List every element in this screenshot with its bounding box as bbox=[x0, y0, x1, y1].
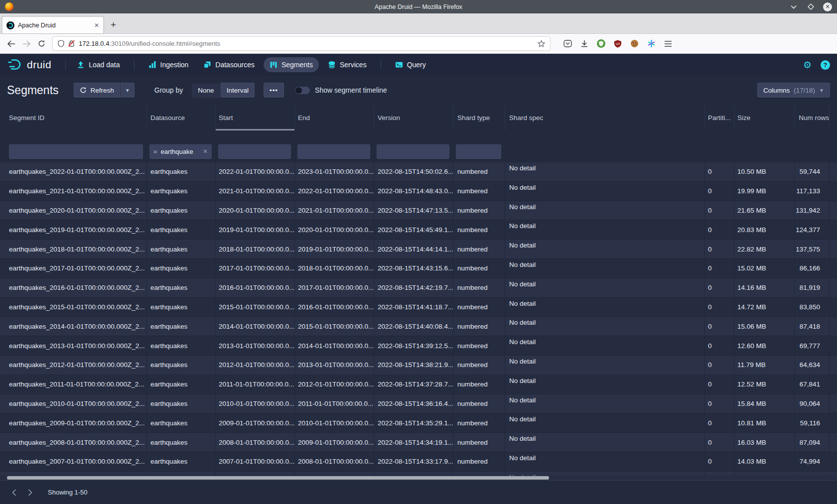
cell-extra bbox=[830, 472, 837, 476]
druid-logo[interactable]: druid bbox=[7, 58, 51, 71]
group-by-interval-button[interactable]: Interval bbox=[221, 83, 255, 98]
filter-cell-partiti bbox=[705, 130, 734, 162]
cell-extra bbox=[830, 298, 837, 317]
horizontal-scrollbar[interactable] bbox=[0, 476, 837, 480]
url-bar[interactable]: 172.18.0.4:30109/unified-console.html#se… bbox=[52, 36, 551, 51]
refresh-dropdown-button[interactable]: ▼ bbox=[121, 83, 135, 98]
window-maximize-icon[interactable] bbox=[806, 2, 815, 11]
cell-end: 2009-01-01T00:00:00.0... bbox=[295, 433, 374, 452]
column-header-partiti[interactable]: Partiti... bbox=[705, 105, 734, 130]
nav-item-services[interactable]: Services bbox=[322, 57, 373, 72]
filter-input-start[interactable] bbox=[218, 144, 291, 159]
cell-num-rows: 64,634 bbox=[795, 356, 830, 375]
table-row[interactable]: earthquakes_2020-01-01T00:00:00.000Z_2..… bbox=[0, 201, 837, 221]
column-header-shard-type[interactable]: Shard type bbox=[453, 105, 505, 130]
tracking-shield-icon[interactable] bbox=[58, 40, 64, 47]
table-row[interactable]: earthquakes_2009-01-01T00:00:00.000Z_2..… bbox=[0, 413, 837, 433]
url-host: 172.18.0.4 bbox=[79, 40, 109, 47]
group-by-none-button[interactable]: None bbox=[192, 83, 220, 98]
forward-icon[interactable] bbox=[22, 40, 31, 47]
column-header-start[interactable]: Start bbox=[216, 105, 295, 130]
new-tab-button[interactable]: + bbox=[111, 19, 116, 30]
help-icon[interactable]: ? bbox=[821, 60, 830, 70]
url-text[interactable]: 172.18.0.4:30109/unified-console.html#se… bbox=[79, 40, 534, 47]
table-row[interactable]: earthquakes_2008-01-01T00:00:00.000Z_2..… bbox=[0, 433, 837, 452]
browser-tab[interactable]: Apache Druid ✕ bbox=[2, 16, 104, 33]
table-row[interactable]: earthquakes_2017-01-01T00:00:00.000Z_2..… bbox=[0, 259, 837, 278]
filter-input-datasource[interactable]: =earthquake✕ bbox=[149, 144, 212, 159]
table-row[interactable]: earthquakes_2007-01-01T00:00:00.000Z_2..… bbox=[0, 452, 837, 472]
nav-item-label: Load data bbox=[89, 61, 120, 69]
window-close-icon[interactable]: ✕ bbox=[823, 2, 832, 11]
nav-item-segments[interactable]: Segments bbox=[264, 57, 319, 72]
table-row[interactable]: earthquakes_2021-01-01T00:00:00.000Z_2..… bbox=[0, 182, 837, 201]
pocket-icon[interactable] bbox=[563, 39, 572, 48]
cell-partiti: 0 bbox=[705, 452, 734, 471]
menu-hamburger-icon[interactable] bbox=[664, 40, 672, 47]
window-minimize-icon[interactable] bbox=[789, 2, 798, 11]
cell-segment-id: earthquakes_2009-01-01T00:00:00.000Z_2..… bbox=[0, 413, 147, 432]
table-row[interactable]: earthquakes_2011-01-01T00:00:00.000Z_2..… bbox=[0, 375, 837, 394]
cell-version: 2022-08-15T14:35:29.1... bbox=[374, 413, 453, 432]
downloads-icon[interactable] bbox=[580, 40, 588, 48]
segment-timeline-toggle[interactable] bbox=[295, 87, 310, 94]
browser-tabbar: Apache Druid ✕ + bbox=[0, 13, 837, 33]
column-header-shard-spec[interactable]: Shard spec bbox=[505, 105, 705, 130]
bookmark-star-icon[interactable] bbox=[538, 40, 545, 47]
tab-close-icon[interactable]: ✕ bbox=[94, 22, 99, 29]
services-icon bbox=[328, 61, 336, 69]
table-row[interactable]: earthquakes_2015-01-01T00:00:00.000Z_2..… bbox=[0, 298, 837, 317]
scrollbar-thumb[interactable] bbox=[7, 476, 549, 480]
cell-partiti: 0 bbox=[705, 182, 734, 201]
cookie-extension-icon[interactable] bbox=[630, 39, 639, 48]
nav-item-datasources[interactable]: Datasources bbox=[197, 57, 261, 72]
column-header-datasource[interactable]: Datasource bbox=[147, 105, 216, 130]
more-options-button[interactable]: ••• bbox=[264, 83, 284, 98]
pagination-footer: Showing 1-50 bbox=[0, 480, 837, 504]
nav-item-query[interactable]: Query bbox=[389, 57, 432, 72]
next-page-button[interactable] bbox=[23, 486, 37, 500]
nav-item-load-data[interactable]: Load data bbox=[71, 57, 126, 72]
table-row[interactable]: earthquakes_2010-01-01T00:00:00.000Z_2..… bbox=[0, 394, 837, 414]
column-header-segment-id[interactable]: Segment ID bbox=[0, 105, 147, 130]
filter-input-segment-id[interactable] bbox=[9, 144, 143, 159]
column-header-size[interactable]: Size bbox=[734, 105, 795, 130]
back-icon[interactable] bbox=[7, 40, 15, 47]
nav-item-ingestion[interactable]: Ingestion bbox=[142, 57, 195, 72]
column-header-num-rows[interactable]: Num rows bbox=[795, 105, 830, 130]
table-row[interactable]: earthquakes_2014-01-01T00:00:00.000Z_2..… bbox=[0, 317, 837, 336]
table-row[interactable]: earthquakes_2013-01-01T00:00:00.000Z_2..… bbox=[0, 336, 837, 356]
table-row[interactable]: earthquakes_2016-01-01T00:00:00.000Z_2..… bbox=[0, 278, 837, 298]
nav-item-label: Query bbox=[407, 61, 426, 69]
table-row[interactable]: earthquakes_2012-01-01T00:00:00.000Z_2..… bbox=[0, 356, 837, 375]
filter-input-end[interactable] bbox=[297, 144, 370, 159]
table-row[interactable]: earthquakes_2019-01-01T00:00:00.000Z_2..… bbox=[0, 220, 837, 240]
ublock-icon[interactable]: uO bbox=[614, 40, 622, 48]
insecure-lock-icon[interactable] bbox=[68, 40, 75, 47]
nav-item-label: Datasources bbox=[215, 61, 255, 69]
settings-gear-icon[interactable]: ⚙ bbox=[803, 60, 812, 70]
table-row[interactable]: earthquakes_2018-01-01T00:00:00.000Z_2..… bbox=[0, 240, 837, 259]
filter-input-version[interactable] bbox=[377, 144, 449, 159]
query-icon bbox=[395, 61, 403, 69]
cell-num-rows bbox=[795, 472, 830, 476]
cell-shard-type: numbered bbox=[453, 394, 505, 413]
cell-size: 14.03 MB bbox=[734, 452, 795, 471]
filter-remove-icon[interactable]: ✕ bbox=[203, 148, 208, 155]
columns-button[interactable]: Columns (17/18) ▼ bbox=[757, 83, 830, 98]
asterisk-extension-icon[interactable] bbox=[647, 39, 656, 48]
column-header-version[interactable]: Version bbox=[374, 105, 453, 130]
column-header-end[interactable]: End bbox=[295, 105, 374, 130]
table-row[interactable]: earthquakes_2022-01-01T00:00:00.000Z_2..… bbox=[0, 162, 837, 182]
segments-icon bbox=[270, 61, 278, 69]
column-header-extra bbox=[830, 105, 837, 130]
refresh-button[interactable]: Refresh bbox=[74, 83, 120, 98]
reload-icon[interactable] bbox=[38, 40, 45, 47]
extension-green-icon[interactable] bbox=[597, 39, 605, 48]
cell-end: 2010-01-01T00:00:00.0... bbox=[295, 413, 374, 432]
table-row[interactable]: No detail bbox=[0, 472, 837, 476]
filter-input-shard-type[interactable] bbox=[456, 144, 501, 159]
cell-num-rows: 124,377 bbox=[795, 220, 830, 239]
previous-page-button[interactable] bbox=[7, 486, 21, 500]
cell-start: 2018-01-01T00:00:00.0... bbox=[216, 240, 295, 258]
